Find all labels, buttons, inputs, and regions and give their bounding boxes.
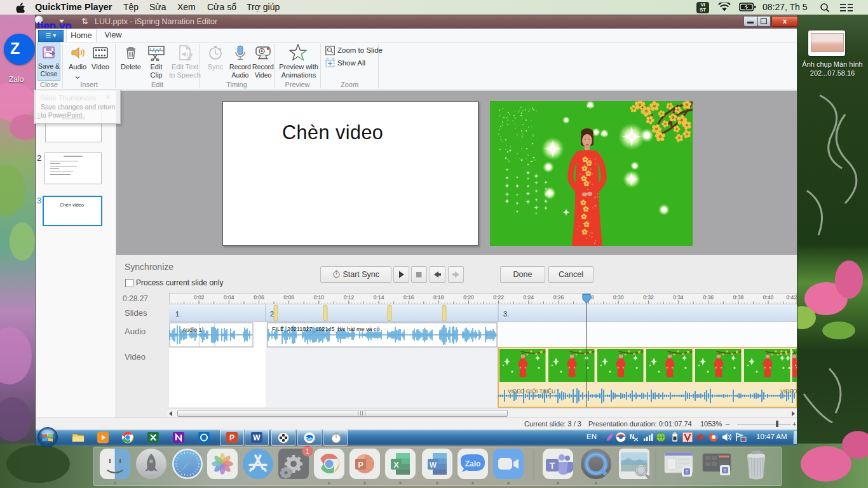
svg-text:0:36: 0:36 bbox=[703, 294, 714, 301]
svg-text:W: W bbox=[253, 433, 261, 442]
svg-text:Audio 1: Audio 1 bbox=[182, 327, 202, 333]
svg-text:0:40: 0:40 bbox=[763, 294, 774, 301]
svg-text:0:10: 0:10 bbox=[314, 294, 325, 301]
svg-text:0:30: 0:30 bbox=[613, 294, 624, 301]
svg-text:FILE_20211027_102145_bài hát m: FILE_20211027_102145_bài hát mẹ và cô bbox=[272, 326, 379, 332]
svg-text:VIDEO GIỚI THIỆU: VIDEO GIỚI THIỆU bbox=[508, 388, 555, 395]
svg-text:0:06: 0:06 bbox=[254, 294, 264, 301]
svg-text:0:20: 0:20 bbox=[463, 294, 474, 301]
svg-text:0:34: 0:34 bbox=[673, 294, 684, 301]
svg-text:0:04: 0:04 bbox=[224, 294, 234, 301]
svg-text:P: P bbox=[229, 433, 234, 442]
svg-text:N: N bbox=[630, 433, 634, 440]
svg-text:0:12: 0:12 bbox=[344, 294, 355, 301]
svg-text:0:08: 0:08 bbox=[283, 294, 294, 301]
svg-text:0:42: 0:42 bbox=[786, 294, 797, 301]
svg-text:1.: 1. bbox=[175, 310, 181, 318]
svg-text:0:38: 0:38 bbox=[733, 294, 744, 301]
svg-text:0:26: 0:26 bbox=[553, 294, 564, 301]
svg-text:3.: 3. bbox=[503, 310, 509, 318]
svg-text:0:16: 0:16 bbox=[403, 294, 414, 301]
svg-text:0:14: 0:14 bbox=[374, 294, 384, 301]
svg-text:0:22: 0:22 bbox=[493, 294, 504, 301]
svg-text:0:32: 0:32 bbox=[643, 294, 654, 301]
svg-text:Zalo: Zalo bbox=[306, 437, 314, 440]
svg-text:0:02: 0:02 bbox=[194, 294, 205, 301]
svg-text:0:18: 0:18 bbox=[433, 294, 444, 301]
svg-text:0:24: 0:24 bbox=[524, 294, 534, 301]
